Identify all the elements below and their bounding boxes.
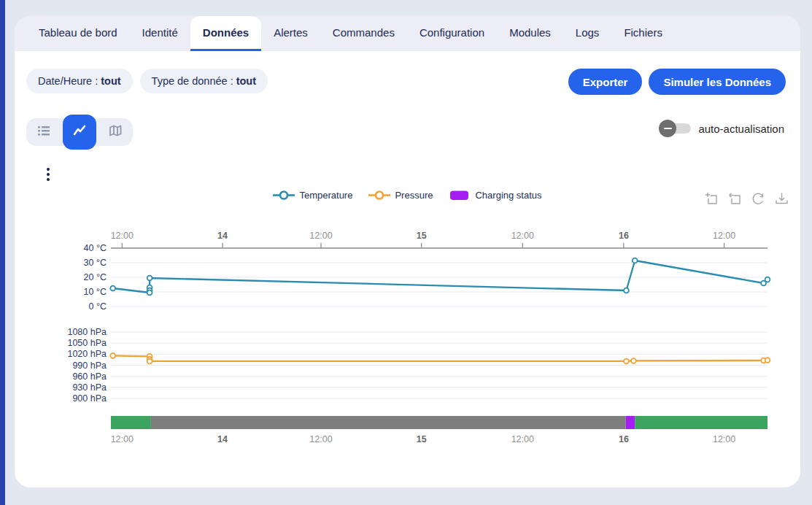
map-icon xyxy=(108,124,123,140)
chart-view-button[interactable] xyxy=(63,115,96,150)
x-axis-label-bottom: 14 xyxy=(217,434,228,444)
chart-toolbar xyxy=(704,191,789,206)
x-axis-label-bottom: 16 xyxy=(619,434,629,444)
pressure-axis-label: 1050 hPa xyxy=(67,338,107,348)
pressure-axis-label: 990 hPa xyxy=(72,361,107,371)
pressure-data-point xyxy=(110,353,115,358)
legend-item-charging-status[interactable]: Charging status xyxy=(449,190,541,201)
chart-legend: TemperaturePressureCharging status xyxy=(15,190,800,201)
pressure-data-point xyxy=(631,358,636,363)
pressure-series-line xyxy=(113,355,767,361)
kebab-dot xyxy=(47,178,50,181)
auto-refresh-label: auto-actualisation xyxy=(698,123,784,135)
x-axis-label-top: 15 xyxy=(417,231,427,241)
pressure-axis-label: 960 hPa xyxy=(72,371,107,382)
window-left-edge xyxy=(0,0,5,505)
pressure-axis-label: 1020 hPa xyxy=(67,349,107,359)
chart-menu-button[interactable] xyxy=(44,165,53,184)
pressure-data-point xyxy=(624,359,629,364)
temp-axis-label: 10 °C xyxy=(84,287,107,297)
tab-commandes[interactable]: Commandes xyxy=(320,16,407,51)
temp-axis-label: 30 °C xyxy=(84,258,107,268)
tab-modules[interactable]: Modules xyxy=(497,16,563,51)
device-data-panel: Tableau de bordIdentitéDonnéesAlertesCom… xyxy=(15,16,800,487)
pressure-axis-label: 930 hPa xyxy=(72,382,107,393)
temperature-data-point xyxy=(147,290,152,296)
legend-item-pressure[interactable]: Pressure xyxy=(368,190,433,201)
charging-status-segment xyxy=(111,416,151,429)
filter-chip[interactable]: Type de donnée : tout xyxy=(140,69,268,93)
temperature-data-point xyxy=(633,258,638,263)
map-view-button[interactable] xyxy=(104,120,127,144)
kebab-dot xyxy=(47,173,50,176)
x-axis-label-bottom: 12:00 xyxy=(111,434,134,444)
x-axis-label-top: 12:00 xyxy=(309,231,332,241)
zoom-selection-icon[interactable] xyxy=(704,191,719,206)
temperature-series-line xyxy=(113,261,767,293)
list-icon xyxy=(36,124,51,140)
x-axis-label-bottom: 12:00 xyxy=(713,434,735,444)
x-axis-label-top: 12:00 xyxy=(511,231,534,241)
simulate-data-button[interactable]: Simuler les Données xyxy=(649,69,786,95)
auto-refresh-toggle[interactable] xyxy=(659,120,692,137)
tab-configuration[interactable]: Configuration xyxy=(407,16,497,51)
pressure-axis-label: 900 hPa xyxy=(72,393,107,404)
temp-axis-label: 0 °C xyxy=(89,301,107,312)
zoom-reset-icon[interactable] xyxy=(727,191,742,206)
line-chart-icon xyxy=(71,123,88,141)
tab-identit-[interactable]: Identité xyxy=(130,16,190,51)
filter-chip[interactable]: Date/Heure : tout xyxy=(26,69,133,93)
charging-status-segment xyxy=(635,416,767,429)
temp-axis-label: 20 °C xyxy=(84,272,107,282)
pressure-data-point xyxy=(147,359,152,364)
timeseries-chart: 40 °C30 °C20 °C10 °C0 °C1080 hPa1050 hPa… xyxy=(15,184,800,461)
tab-alertes[interactable]: Alertes xyxy=(261,16,320,51)
x-axis-label-bottom: 12:00 xyxy=(511,434,534,444)
list-view-button[interactable] xyxy=(32,120,55,144)
charging-status-segment xyxy=(151,416,626,429)
toggle-knob-minus-icon xyxy=(659,120,676,137)
tab-tableau-de-bord[interactable]: Tableau de bord xyxy=(26,16,130,51)
x-axis-label-top: 12:00 xyxy=(111,231,134,241)
x-axis-label-top: 16 xyxy=(619,231,629,241)
charging-status-segment xyxy=(626,416,635,429)
view-switcher xyxy=(26,118,133,146)
x-axis-label-top: 12:00 xyxy=(713,231,735,241)
restore-icon[interactable] xyxy=(751,191,765,206)
temperature-data-point xyxy=(765,277,770,282)
temp-axis-label: 40 °C xyxy=(84,243,107,253)
tab-logs[interactable]: Logs xyxy=(563,16,612,51)
temperature-data-point xyxy=(624,288,629,293)
tab-donn-es[interactable]: Données xyxy=(190,16,261,51)
x-axis-label-bottom: 12:00 xyxy=(309,434,332,444)
auto-refresh-control: auto-actualisation xyxy=(659,120,784,137)
pressure-data-point xyxy=(765,358,770,363)
x-axis-label-bottom: 15 xyxy=(417,434,427,444)
kebab-dot xyxy=(47,168,50,171)
filter-chips: Date/Heure : toutType de donnée : tout xyxy=(26,69,268,93)
legend-item-temperature[interactable]: Temperature xyxy=(273,190,352,201)
action-buttons: Exporter Simuler les Données xyxy=(568,69,786,95)
tab-fichiers[interactable]: Fichiers xyxy=(611,16,675,51)
export-button[interactable]: Exporter xyxy=(568,69,643,95)
save-image-icon[interactable] xyxy=(774,191,789,206)
tab-bar: Tableau de bordIdentitéDonnéesAlertesCom… xyxy=(15,16,800,51)
x-axis-label-top: 14 xyxy=(217,231,228,241)
pressure-axis-label: 1080 hPa xyxy=(67,327,107,337)
temperature-data-point xyxy=(110,286,115,291)
temperature-data-point xyxy=(147,276,152,281)
